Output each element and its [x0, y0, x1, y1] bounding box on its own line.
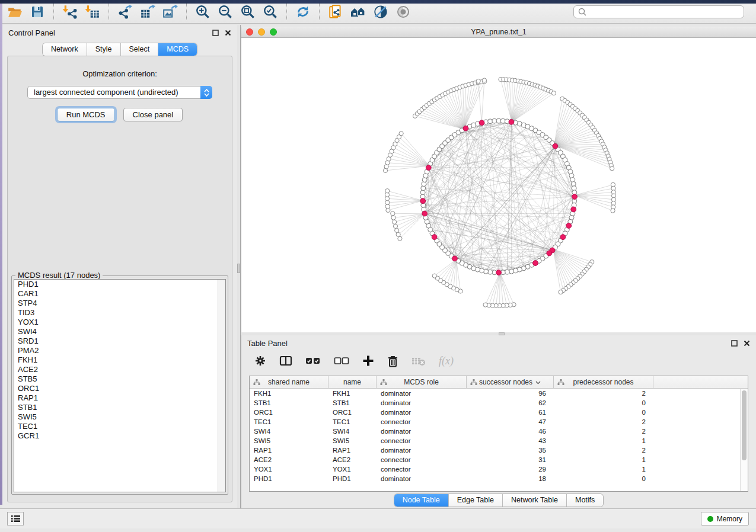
- mcds-result-item[interactable]: FKH1: [14, 355, 225, 365]
- table-scrollbar[interactable]: [740, 389, 748, 491]
- mcds-result-item[interactable]: STB5: [14, 374, 225, 384]
- table-row[interactable]: PHD1PHD1dominator180: [250, 474, 748, 483]
- float-panel-icon[interactable]: [731, 340, 738, 347]
- table-cell[interactable]: 31: [467, 455, 554, 464]
- network-window-titlebar[interactable]: YPA_prune.txt_1: [241, 27, 756, 38]
- open-file-button[interactable]: [4, 2, 26, 21]
- zoom-out-button[interactable]: [214, 2, 237, 21]
- table-cell[interactable]: RAP1: [250, 446, 328, 455]
- network-view-canvas[interactable]: [241, 38, 756, 332]
- table-cell[interactable]: RAP1: [328, 446, 377, 455]
- table-row[interactable]: STB1STB1dominator620: [250, 398, 748, 408]
- mcds-result-item[interactable]: PMA2: [14, 346, 225, 355]
- import-network-button[interactable]: [59, 2, 81, 21]
- table-row[interactable]: TEC1TEC1connector472: [250, 417, 748, 427]
- zoom-fit-button[interactable]: [237, 2, 259, 21]
- mcds-result-list[interactable]: PHD1CAR1STP4TID3YOX1SWI4SRD1PMA2FKH1ACE2…: [14, 279, 226, 492]
- export-network-button[interactable]: [114, 2, 136, 21]
- table-cell[interactable]: STB1: [328, 398, 377, 408]
- new-network-from-selection-button[interactable]: [324, 2, 347, 21]
- table-cell[interactable]: 0: [554, 398, 653, 408]
- table-row[interactable]: SWI4SWI4dominator462: [250, 427, 748, 436]
- search-input[interactable]: [587, 7, 740, 17]
- task-history-button[interactable]: [7, 512, 24, 525]
- table-row[interactable]: YOX1YOX1connector291: [250, 464, 748, 474]
- mcds-result-item[interactable]: TEC1: [14, 422, 225, 431]
- network-graph[interactable]: [241, 38, 756, 332]
- table-cell[interactable]: TEC1: [328, 417, 377, 427]
- mcds-result-item[interactable]: YOX1: [14, 318, 225, 327]
- table-cell[interactable]: PHD1: [250, 474, 328, 483]
- close-panel-icon[interactable]: [225, 30, 231, 36]
- tab-motifs[interactable]: Motifs: [567, 494, 603, 507]
- table-cell[interactable]: 43: [467, 436, 554, 446]
- table-cell[interactable]: YOX1: [328, 464, 377, 474]
- table-cell[interactable]: dominator: [377, 389, 467, 398]
- minimize-window-icon[interactable]: [258, 28, 265, 36]
- table-row[interactable]: SWI5SWI5connector431: [250, 436, 748, 446]
- graphics-details-button[interactable]: [369, 2, 392, 21]
- table-settings-icon[interactable]: [254, 355, 266, 367]
- delete-table-icon[interactable]: [412, 355, 426, 366]
- table-cell[interactable]: connector: [377, 436, 467, 446]
- mcds-result-item[interactable]: STP4: [14, 299, 225, 308]
- table-row[interactable]: ACE2ACE2connector311: [250, 455, 748, 464]
- table-cell[interactable]: 29: [467, 464, 554, 474]
- select-all-icon[interactable]: [305, 357, 321, 365]
- mcds-result-item[interactable]: ACE2: [14, 365, 225, 374]
- table-cell[interactable]: FKH1: [250, 389, 328, 398]
- table-cell[interactable]: connector: [377, 464, 467, 474]
- import-table-button[interactable]: [81, 2, 104, 21]
- table-cell[interactable]: SWI5: [328, 436, 377, 446]
- table-cell[interactable]: ACE2: [328, 455, 377, 464]
- tab-network[interactable]: Network: [43, 43, 87, 56]
- table-cell[interactable]: 47: [467, 417, 554, 427]
- mcds-result-item[interactable]: CAR1: [14, 289, 225, 299]
- scrollbar-thumb[interactable]: [742, 390, 747, 460]
- mcds-result-item[interactable]: SWI5: [14, 412, 225, 422]
- mcds-result-item[interactable]: ORC1: [14, 384, 225, 393]
- table-row[interactable]: ORC1ORC1dominator610: [250, 408, 748, 417]
- mcds-result-item[interactable]: STB1: [14, 403, 225, 412]
- table-cell[interactable]: 35: [467, 446, 554, 455]
- table-cell[interactable]: connector: [377, 417, 467, 427]
- refresh-view-button[interactable]: [292, 2, 314, 21]
- table-cell[interactable]: 1: [554, 436, 653, 446]
- table-cell[interactable]: 1: [554, 455, 653, 464]
- search-field[interactable]: [573, 5, 744, 18]
- table-cell[interactable]: YOX1: [250, 464, 328, 474]
- maximize-window-icon[interactable]: [270, 28, 277, 36]
- table-cell[interactable]: PHD1: [328, 474, 377, 483]
- tab-network-table[interactable]: Network Table: [503, 494, 567, 507]
- column-header-name[interactable]: name: [328, 376, 377, 388]
- column-header-successor-nodes[interactable]: successor nodes: [467, 376, 554, 388]
- table-cell[interactable]: FKH1: [328, 389, 377, 398]
- tab-mcds[interactable]: MCDS: [158, 43, 197, 56]
- mcds-result-item[interactable]: SRD1: [14, 336, 225, 346]
- table-cell[interactable]: SWI4: [328, 427, 377, 436]
- add-row-icon[interactable]: [362, 355, 374, 367]
- table-cell[interactable]: STB1: [250, 398, 328, 408]
- deselect-all-icon[interactable]: [334, 357, 349, 365]
- node-table[interactable]: shared namenameMCDS rolesuccessor nodesp…: [249, 376, 748, 492]
- tab-select[interactable]: Select: [121, 43, 159, 56]
- table-cell[interactable]: SWI4: [250, 427, 328, 436]
- table-cell[interactable]: SWI5: [250, 436, 328, 446]
- function-builder-icon[interactable]: f(x): [439, 355, 454, 367]
- export-table-button[interactable]: [136, 2, 159, 21]
- save-session-button[interactable]: [26, 2, 49, 21]
- mcds-result-item[interactable]: GCR1: [14, 431, 225, 441]
- mcds-result-item[interactable]: SWI4: [14, 327, 225, 336]
- table-cell[interactable]: 2: [554, 427, 653, 436]
- table-cell[interactable]: ACE2: [250, 455, 328, 464]
- table-cell[interactable]: ORC1: [250, 408, 328, 417]
- table-cell[interactable]: 0: [554, 408, 653, 417]
- column-header-shared-name[interactable]: shared name: [250, 376, 328, 388]
- mcds-result-item[interactable]: TID3: [14, 308, 225, 318]
- table-cell[interactable]: dominator: [377, 398, 467, 408]
- table-cell[interactable]: ORC1: [328, 408, 377, 417]
- tab-edge-table[interactable]: Edge Table: [449, 494, 503, 507]
- zoom-in-button[interactable]: [192, 2, 214, 21]
- run-mcds-button[interactable]: Run MCDS: [57, 108, 115, 121]
- table-cell[interactable]: 96: [467, 389, 554, 398]
